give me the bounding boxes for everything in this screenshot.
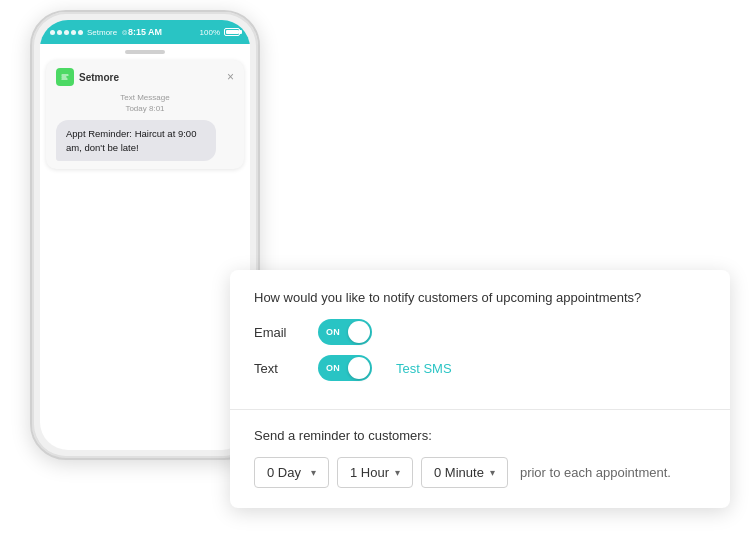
sms-notification: Setmore × Text Message Today 8:01 Appt R…: [46, 60, 244, 169]
email-toggle-thumb: [348, 321, 370, 343]
test-sms-link[interactable]: Test SMS: [396, 361, 452, 376]
hour-dropdown-arrow: ▾: [395, 467, 400, 478]
phone-speaker: [40, 44, 250, 56]
battery-percent: 100%: [200, 28, 220, 37]
email-toggle-on-text: ON: [326, 327, 340, 337]
speaker-bar: [125, 50, 165, 54]
signal-dot: [57, 30, 62, 35]
text-row: Text ON Test SMS: [254, 355, 706, 381]
wifi-icon: ⌾: [122, 27, 127, 37]
phone-screen: Setmore ⌾ 8:15 AM 100%: [40, 20, 250, 450]
prior-text: prior to each appointment.: [520, 465, 671, 480]
minute-dropdown-arrow: ▾: [490, 467, 495, 478]
setmore-icon: [59, 71, 71, 83]
sms-message: Appt Reminder: Haircut at 9:00 am, don't…: [56, 120, 216, 161]
phone-signal: Setmore ⌾: [50, 27, 127, 37]
text-toggle-on-text: ON: [326, 363, 340, 373]
battery-icon: [224, 28, 240, 36]
app-icon: [56, 68, 74, 86]
hour-value: 1 Hour: [350, 465, 389, 480]
sms-timestamp: Text Message Today 8:01: [56, 92, 234, 114]
sms-header: Setmore ×: [56, 68, 234, 86]
phone-status-bar: Setmore ⌾ 8:15 AM 100%: [40, 20, 250, 44]
signal-dot: [50, 30, 55, 35]
signal-dot: [64, 30, 69, 35]
email-toggle[interactable]: ON: [318, 319, 372, 345]
phone-time: 8:15 AM: [128, 27, 162, 37]
hour-dropdown[interactable]: 1 Hour ▾: [337, 457, 413, 488]
battery-fill: [226, 30, 239, 34]
battery-area: 100%: [200, 28, 240, 37]
day-dropdown[interactable]: 0 Day ▾: [254, 457, 329, 488]
app-name-label: Setmore: [79, 72, 119, 83]
minute-dropdown[interactable]: 0 Minute ▾: [421, 457, 508, 488]
notification-settings-section: How would you like to notify customers o…: [230, 270, 730, 410]
email-row: Email ON: [254, 319, 706, 345]
reminder-settings-section: Send a reminder to customers: 0 Day ▾ 1 …: [230, 410, 730, 508]
settings-panel: How would you like to notify customers o…: [230, 270, 730, 508]
day-value: 0 Day: [267, 465, 301, 480]
battery-tip: [240, 30, 242, 34]
reminder-controls: 0 Day ▾ 1 Hour ▾ 0 Minute ▾ prior to eac…: [254, 457, 706, 488]
phone-mockup: Setmore ⌾ 8:15 AM 100%: [30, 10, 260, 460]
email-label: Email: [254, 325, 304, 340]
close-icon[interactable]: ×: [227, 70, 234, 84]
text-toggle[interactable]: ON: [318, 355, 372, 381]
reminder-label: Send a reminder to customers:: [254, 428, 706, 443]
text-toggle-thumb: [348, 357, 370, 379]
text-label: Text: [254, 361, 304, 376]
minute-value: 0 Minute: [434, 465, 484, 480]
carrier-name: Setmore: [87, 28, 117, 37]
day-dropdown-arrow: ▾: [311, 467, 316, 478]
settings-question: How would you like to notify customers o…: [254, 290, 706, 305]
sms-app-info: Setmore: [56, 68, 119, 86]
signal-dot: [78, 30, 83, 35]
signal-dot: [71, 30, 76, 35]
